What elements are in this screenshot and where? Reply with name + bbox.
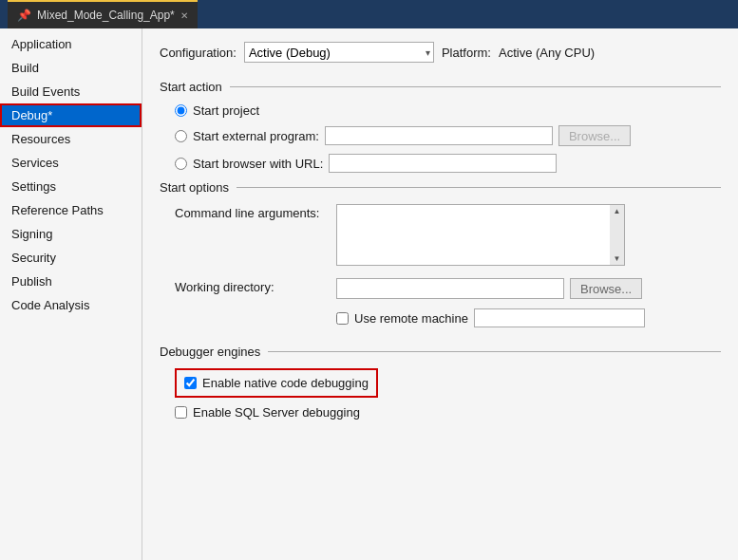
remote-machine-spacer — [175, 308, 336, 310]
sidebar-item-signing[interactable]: Signing — [0, 222, 142, 246]
scroll-down-arrow: ▼ — [614, 254, 621, 263]
configuration-select[interactable]: Active (Debug) Debug Release All Configu… — [244, 42, 434, 63]
start-external-input[interactable] — [325, 126, 553, 145]
configuration-row: Configuration: Active (Debug) Debug Rele… — [160, 42, 721, 63]
start-external-label: Start external program: — [193, 129, 319, 143]
native-debug-row: Enable native code debugging — [175, 368, 378, 398]
sql-debug-checkbox[interactable] — [175, 406, 187, 419]
pin-icon: 📌 — [17, 9, 31, 22]
working-dir-input[interactable] — [336, 278, 564, 299]
start-browser-row: Start browser with URL: — [175, 154, 721, 173]
command-line-textarea[interactable] — [336, 204, 625, 266]
tab-label: Mixed_Mode_Calling_App* — [37, 9, 175, 22]
sidebar: ApplicationBuildBuild EventsDebug*Resour… — [0, 28, 142, 560]
sidebar-item-publish[interactable]: Publish — [0, 270, 142, 293]
remote-machine-row: Use remote machine — [175, 308, 721, 335]
start-action-section-header: Start action — [160, 80, 721, 94]
sidebar-item-settings[interactable]: Settings — [0, 175, 142, 198]
content-area: Configuration: Active (Debug) Debug Rele… — [142, 28, 738, 560]
start-action-label: Start action — [160, 80, 230, 94]
debugger-engines-divider — [268, 351, 721, 352]
sidebar-item-resources[interactable]: Resources — [0, 127, 142, 151]
debugger-engines-label: Debugger engines — [160, 345, 268, 359]
start-options-section-header: Start options — [160, 180, 721, 195]
start-browser-label: Start browser with URL: — [193, 157, 323, 171]
command-line-label: Command line arguments: — [175, 204, 336, 220]
sidebar-item-build-events[interactable]: Build Events — [0, 80, 142, 103]
sidebar-item-debug[interactable]: Debug* — [0, 103, 142, 127]
sidebar-item-application[interactable]: Application — [0, 32, 142, 56]
sidebar-item-code-analysis[interactable]: Code Analysis — [0, 293, 142, 317]
start-project-radio[interactable] — [175, 104, 187, 117]
start-options-grid: Command line arguments: ▲ ▼ Working dire… — [160, 204, 721, 335]
remote-machine-checkbox-row: Use remote machine — [336, 308, 645, 327]
platform-value: Active (Any CPU) — [499, 46, 595, 60]
start-browser-input[interactable] — [329, 154, 557, 173]
title-bar: 📌 Mixed_Mode_Calling_App* ✕ — [0, 0, 738, 28]
working-dir-row: Working directory: Browse... — [175, 278, 721, 299]
sidebar-item-security[interactable]: Security — [0, 246, 142, 270]
sidebar-item-build[interactable]: Build — [0, 56, 142, 80]
working-dir-label: Working directory: — [175, 278, 336, 294]
configuration-label: Configuration: — [160, 46, 237, 60]
sidebar-item-services[interactable]: Services — [0, 151, 142, 175]
debugger-engines-header: Debugger engines — [160, 345, 721, 359]
working-dir-browse-button[interactable]: Browse... — [570, 278, 642, 299]
sql-debug-label: Enable SQL Server debugging — [193, 405, 360, 420]
start-action-divider — [230, 86, 721, 87]
start-browser-radio[interactable] — [175, 158, 187, 170]
start-external-radio[interactable] — [175, 130, 187, 142]
start-action-radio-group: Start project Start external program: Br… — [160, 103, 721, 173]
command-line-textarea-wrapper: ▲ ▼ — [336, 204, 625, 269]
start-options-divider — [237, 187, 721, 188]
start-external-browse-button[interactable]: Browse... — [558, 125, 631, 146]
document-tab[interactable]: 📌 Mixed_Mode_Calling_App* ✕ — [8, 0, 198, 28]
debugger-engines-section: Debugger engines Enable native code debu… — [160, 345, 721, 420]
start-options-label: Start options — [160, 180, 237, 195]
textarea-scrollbar: ▲ ▼ — [610, 204, 625, 266]
remote-machine-checkbox[interactable] — [336, 312, 349, 325]
sql-debug-row: Enable SQL Server debugging — [160, 405, 721, 420]
start-external-row: Start external program: Browse... — [175, 125, 721, 146]
command-line-row: Command line arguments: ▲ ▼ — [175, 204, 721, 269]
scroll-up-arrow: ▲ — [614, 207, 621, 215]
remote-machine-input[interactable] — [474, 308, 645, 327]
start-project-label: Start project — [193, 103, 259, 118]
remote-machine-label: Use remote machine — [354, 311, 468, 326]
configuration-select-wrapper[interactable]: Active (Debug) Debug Release All Configu… — [244, 42, 434, 63]
close-icon[interactable]: ✕ — [180, 10, 188, 21]
main-container: ApplicationBuildBuild EventsDebug*Resour… — [0, 28, 738, 560]
platform-label: Platform: — [442, 46, 491, 60]
sidebar-item-reference-paths[interactable]: Reference Paths — [0, 198, 142, 222]
native-debug-label: Enable native code debugging — [202, 376, 369, 390]
start-project-row: Start project — [175, 103, 721, 118]
native-debug-checkbox[interactable] — [184, 377, 197, 389]
